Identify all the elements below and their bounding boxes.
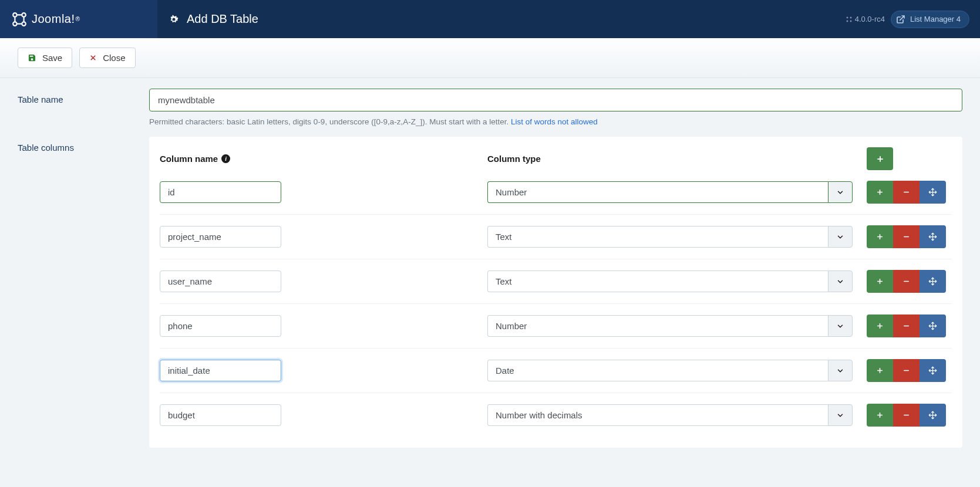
row-move-button[interactable] xyxy=(920,404,946,427)
toolbar: Save Close xyxy=(0,38,980,78)
column-row: Text xyxy=(160,259,952,303)
chevron-down-icon[interactable] xyxy=(828,360,853,381)
table-columns-row: Table columns Column name i Column type … xyxy=(18,137,962,448)
row-remove-button[interactable] xyxy=(893,225,920,248)
column-name-input[interactable] xyxy=(160,270,281,292)
help-static-text: Permitted characters: basic Latin letter… xyxy=(149,117,511,126)
row-add-button[interactable] xyxy=(867,359,893,382)
row-move-button[interactable] xyxy=(920,314,946,337)
column-name-input[interactable] xyxy=(160,181,281,203)
chevron-down-icon[interactable] xyxy=(828,181,853,203)
svg-point-0 xyxy=(13,13,17,17)
table-name-row: Table name Permitted characters: basic L… xyxy=(18,89,962,126)
column-type-select[interactable]: Number with decimals xyxy=(487,404,853,426)
row-remove-button[interactable] xyxy=(893,359,920,382)
row-add-button[interactable] xyxy=(867,314,893,337)
row-add-button[interactable] xyxy=(867,404,893,427)
close-label: Close xyxy=(103,53,125,63)
svg-point-2 xyxy=(13,22,17,26)
plus-icon xyxy=(876,278,884,285)
column-type-value: Number xyxy=(487,315,828,337)
column-type-value: Text xyxy=(487,270,828,292)
svg-point-3 xyxy=(22,22,26,26)
info-icon[interactable]: i xyxy=(221,154,230,163)
column-type-select[interactable]: Number xyxy=(487,181,853,203)
minus-icon xyxy=(902,188,910,196)
column-type-select[interactable]: Text xyxy=(487,226,853,248)
row-remove-button[interactable] xyxy=(893,404,920,427)
column-row: Text xyxy=(160,214,952,259)
save-label: Save xyxy=(42,53,62,63)
column-type-select[interactable]: Date xyxy=(487,360,853,381)
svg-point-6 xyxy=(847,21,848,22)
row-remove-button[interactable] xyxy=(893,181,920,204)
column-row: Date xyxy=(160,348,952,393)
version-badge[interactable]: 4.0.0-rc4 xyxy=(846,15,885,23)
chevron-down-icon[interactable] xyxy=(828,315,853,337)
column-type-select[interactable]: Number xyxy=(487,315,853,337)
brand-area[interactable]: Joomla! ® xyxy=(0,0,157,38)
column-name-input[interactable] xyxy=(160,404,281,426)
column-type-select[interactable]: Text xyxy=(487,270,853,292)
header-right: 4.0.0-rc4 List Manager 4 xyxy=(846,11,980,28)
row-move-button[interactable] xyxy=(920,359,946,382)
move-icon xyxy=(928,277,937,286)
chevron-down-icon[interactable] xyxy=(828,226,853,248)
version-text: 4.0.0-rc4 xyxy=(855,15,885,23)
move-icon xyxy=(928,188,937,197)
extension-badge[interactable]: List Manager 4 xyxy=(891,11,969,28)
column-type-value: Number xyxy=(487,181,828,203)
external-link-icon xyxy=(896,15,905,24)
column-row: Number with decimals xyxy=(160,393,952,437)
brand-text: Joomla! xyxy=(32,12,75,26)
close-icon xyxy=(89,54,97,62)
save-icon xyxy=(28,53,36,62)
minus-icon xyxy=(902,411,910,419)
minus-icon xyxy=(902,233,910,241)
table-name-label: Table name xyxy=(18,89,149,104)
svg-point-1 xyxy=(22,13,26,17)
joomla-logo-icon xyxy=(12,12,27,27)
move-icon xyxy=(928,232,937,241)
svg-point-5 xyxy=(850,17,851,18)
columns-header: Column name i Column type xyxy=(160,147,952,170)
save-button[interactable]: Save xyxy=(18,48,72,68)
minus-icon xyxy=(902,322,910,330)
chevron-down-icon[interactable] xyxy=(828,404,853,426)
columns-panel: Column name i Column type NumberTextText… xyxy=(149,137,962,448)
column-row: Number xyxy=(160,303,952,348)
help-link[interactable]: List of words not allowed xyxy=(511,117,598,126)
table-name-input[interactable] xyxy=(149,89,962,111)
close-button[interactable]: Close xyxy=(79,48,135,68)
plus-icon xyxy=(876,155,884,163)
row-add-button[interactable] xyxy=(867,225,893,248)
row-move-button[interactable] xyxy=(920,181,946,204)
row-add-button[interactable] xyxy=(867,270,893,293)
column-type-header: Column type xyxy=(487,154,867,164)
column-name-input[interactable] xyxy=(160,226,281,248)
column-type-value: Date xyxy=(487,360,828,381)
minus-icon xyxy=(902,367,910,374)
add-column-button[interactable] xyxy=(867,147,893,170)
column-name-input[interactable] xyxy=(160,315,281,337)
row-move-button[interactable] xyxy=(920,270,946,293)
row-move-button[interactable] xyxy=(920,225,946,248)
row-remove-button[interactable] xyxy=(893,314,920,337)
column-name-header: Column name i xyxy=(160,154,487,164)
top-header: Joomla! ® Add DB Table 4.0.0-rc4 List Ma… xyxy=(0,0,980,38)
minus-icon xyxy=(902,278,910,285)
svg-point-4 xyxy=(847,17,848,18)
column-type-value: Number with decimals xyxy=(487,404,828,426)
plus-icon xyxy=(876,188,884,196)
page-title-area: Add DB Table xyxy=(157,12,846,26)
page-title: Add DB Table xyxy=(187,12,258,26)
row-add-button[interactable] xyxy=(867,181,893,204)
gear-icon xyxy=(168,13,180,25)
plus-icon xyxy=(876,411,884,419)
column-name-input[interactable] xyxy=(160,360,281,381)
extension-name: List Manager 4 xyxy=(910,15,961,23)
column-row: Number xyxy=(160,181,952,214)
chevron-down-icon[interactable] xyxy=(828,270,853,292)
plus-icon xyxy=(876,322,884,330)
row-remove-button[interactable] xyxy=(893,270,920,293)
